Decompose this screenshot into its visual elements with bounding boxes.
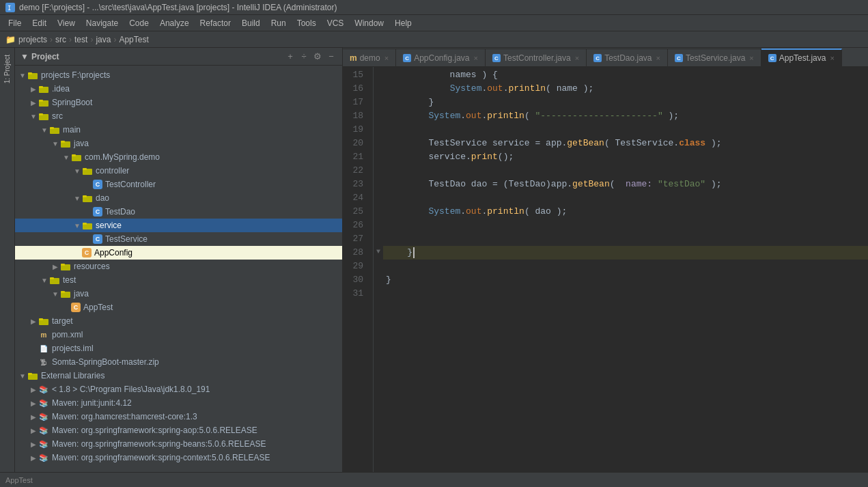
tab-close-button[interactable]: × [830,54,834,62]
svg-rect-3 [28,72,32,74]
editor-tab-apptest[interactable]: CAppTest.java× [761,48,842,66]
tree-node-icon [82,193,93,204]
menu-item-view[interactable]: View [52,16,81,30]
editor-tab-appconfig[interactable]: CAppConfig.java× [396,48,486,66]
tree-node[interactable]: 📄projects.iml [15,342,342,355]
hide-panel-button[interactable]: − [326,51,337,62]
tree-node[interactable]: CTestController [15,178,342,191]
settings-button[interactable]: ⚙ [312,51,323,62]
tab-close-button[interactable]: × [384,54,389,62]
tree-node-label: Somta-SpringBoot-master.zip [52,357,159,367]
breadcrumb-test[interactable]: test [74,35,87,44]
tree-arrow: ▶ [29,413,38,421]
code-editor: 1516171819202122232425262728293031 ▼ nam… [343,67,868,472]
project-tree[interactable]: ▼projects F:\projects▶.idea▶SpringBoot▼s… [15,66,342,472]
tree-arrow: ▼ [29,113,38,120]
gutter-cell [374,163,383,176]
tree-node-icon [38,111,49,122]
tree-node-icon: C [71,303,81,312]
tree-node-label: projects F:\projects [41,70,110,80]
tree-node[interactable]: mpom.xml [15,328,342,342]
tree-node[interactable]: ▶SpringBoot [15,96,342,109]
tree-node-label: test [63,275,76,285]
tree-node[interactable]: ▼dao [15,191,342,205]
gutter: ▼ [374,67,383,472]
tree-node[interactable]: CAppConfig [15,246,342,260]
tree-node-label: Maven: org.springframework:spring-aop:5.… [52,426,257,435]
tree-node-icon: 🗜 [38,357,49,367]
menu-item-navigate[interactable]: Navigate [81,16,124,30]
tab-close-button[interactable]: × [656,54,660,62]
tree-node-icon: 📚 [38,452,49,463]
svg-rect-31 [28,373,32,375]
tree-node-icon [38,83,49,94]
breadcrumb-java[interactable]: java [96,35,111,44]
menu-item-help[interactable]: Help [389,16,417,30]
tree-node[interactable]: ▼External Libraries [15,369,342,382]
breadcrumb: 📁 projects › src › test › java › AppTest [0,31,868,48]
tree-node[interactable]: ▶📚Maven: junit:junit:4.12 [15,396,342,410]
tree-node[interactable]: ▼service [15,219,342,232]
menu-item-vcs[interactable]: VCS [322,16,350,30]
code-line [383,232,868,246]
tree-node[interactable]: ▼com.MySpring.demo [15,150,342,164]
menu-item-run[interactable]: Run [266,16,292,30]
breadcrumb-projects[interactable]: projects [18,35,47,44]
menu-item-edit[interactable]: Edit [27,16,52,30]
code-line: TestService service = app.getBean( TestS… [383,137,868,150]
tab-label: TestService.java [686,53,745,63]
code-line: service.print(); [383,150,868,164]
tab-label: AppConfig.java [414,53,469,63]
tree-node[interactable]: ▼main [15,123,342,137]
editor-tab-testservice[interactable]: CTestService.java× [668,48,761,66]
tree-node[interactable]: ▶📚Maven: org.springframework:spring-aop:… [15,423,342,437]
editor-tab-demo[interactable]: mdemo× [343,48,396,66]
tree-node[interactable]: ▶📚Maven: org.springframework:spring-cont… [15,451,342,464]
tab-close-button[interactable]: × [474,54,478,62]
tree-node[interactable]: CTestDao [15,205,342,219]
tree-node[interactable]: ▼projects F:\projects [15,68,342,82]
tree-node[interactable]: ▶📚< 1.8 > C:\Program Files\Java\jdk1.8.0… [15,382,342,396]
tree-node[interactable]: 🗜Somta-SpringBoot-master.zip [15,355,342,369]
tree-arrow: ▶ [29,427,38,434]
menu-item-file[interactable]: File [3,16,27,30]
tree-node[interactable]: ▶📚Maven: org.springframework:spring-bean… [15,437,342,451]
tree-node[interactable]: ▶📚Maven: org.hamcrest:hamcrest-core:1.3 [15,410,342,423]
tree-node[interactable]: CTestService [15,232,342,246]
tree-node-label: AppConfig [94,248,132,258]
tree-arrow: ▼ [51,290,60,298]
tree-node[interactable]: ▶target [15,314,342,328]
fold-icon[interactable]: ▼ [376,248,380,255]
tree-node[interactable]: ▼java [15,137,342,150]
menu-item-analyze[interactable]: Analyze [154,16,195,30]
menu-item-tools[interactable]: Tools [292,16,322,30]
line-number: 15 [343,68,367,82]
tree-node[interactable]: ▼java [15,287,342,301]
tab-close-button[interactable]: × [575,54,579,62]
editor-tab-testdao[interactable]: CTestDao.java× [587,48,668,66]
collapse-all-button[interactable]: ÷ [298,51,309,62]
menu-item-build[interactable]: Build [236,16,266,30]
menu-item-code[interactable]: Code [124,16,154,30]
code-content[interactable]: names ) { System.out.println( name ); } … [383,67,868,472]
tree-node[interactable]: ▼test [15,273,342,287]
tree-node[interactable]: ▶.idea [15,82,342,96]
tree-node-icon [38,316,49,326]
breadcrumb-apptest[interactable]: AppTest [119,35,148,44]
tab-close-button[interactable]: × [749,54,753,62]
svg-rect-13 [61,141,65,143]
menu-item-refactor[interactable]: Refactor [195,16,236,30]
tree-node-icon [49,275,60,286]
breadcrumb-src[interactable]: src [55,35,66,44]
editor-tab-testcontroller[interactable]: CTestController.java× [486,48,587,66]
menu-item-window[interactable]: Window [349,16,389,30]
expand-all-button[interactable]: + [285,51,296,62]
project-tab[interactable]: 1: Project [1,51,13,87]
tree-node[interactable]: ▼src [15,109,342,123]
tree-node[interactable]: ▼controller [15,164,342,178]
tree-node[interactable]: CAppTest [15,301,342,314]
svg-rect-11 [50,127,54,129]
gutter-cell [374,258,383,272]
tree-node[interactable]: ▶resources [15,260,342,273]
tree-node-label: service [96,221,122,230]
